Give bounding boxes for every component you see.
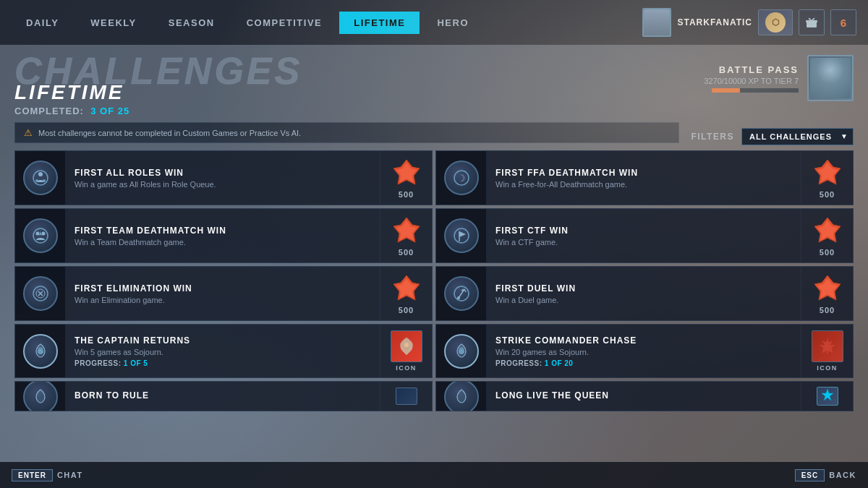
- svg-point-13: [35, 232, 39, 236]
- battle-pass-xp: 3270/10000 XP TO TIER 7: [704, 77, 799, 85]
- challenge-icon: [23, 381, 58, 411]
- challenge-reward: [380, 382, 432, 411]
- top-nav: DAILY WEEKLY SEASON COMPETITIVE LIFETIME…: [0, 0, 868, 45]
- svg-point-32: [38, 348, 43, 354]
- settings-number: 6: [841, 17, 846, 29]
- bottom-bar: ENTER CHAT ESC BACK: [0, 462, 868, 488]
- challenge-icon: [23, 218, 58, 253]
- icon-reward-thumb: [812, 330, 843, 362]
- svg-point-3: [38, 172, 43, 176]
- challenge-card-first-ffa-win[interactable]: ☽ FIRST FFA DEATHMATCH WIN Win a Free-fo…: [435, 150, 854, 205]
- challenge-card-first-ctf-win[interactable]: FIRST CTF WIN Win a CTF game. 500: [435, 208, 854, 263]
- challenge-icon: [444, 276, 479, 311]
- esc-back-group: ESC BACK: [795, 469, 856, 481]
- xp-reward-icon: [812, 157, 843, 189]
- icon-reward-label: ICON: [817, 364, 838, 372]
- challenge-desc: Win 5 games as Sojourn.: [75, 348, 371, 356]
- xp-value: 500: [820, 190, 835, 199]
- xp-value: 500: [820, 306, 835, 314]
- filter-area: FILTERS ALL CHALLENGES IN PROGRESS COMPL…: [691, 128, 854, 145]
- gift-button[interactable]: [799, 9, 825, 35]
- challenge-title: THE CAPTAIN RETURNS: [75, 335, 371, 346]
- challenge-card-captain-returns[interactable]: THE CAPTAIN RETURNS Win 5 games as Sojou…: [14, 324, 433, 378]
- warning-filter-row: ⚠ Most challenges cannot be completed in…: [14, 122, 854, 150]
- title-area: CHALLENGES LIFETIME: [14, 52, 302, 103]
- completed-value: 3 OF 25: [90, 106, 129, 116]
- challenge-info: FIRST ELIMINATION WIN Win an Elimination…: [66, 267, 380, 320]
- svg-rect-0: [807, 22, 817, 27]
- esc-key: ESC: [795, 469, 825, 481]
- challenge-icon: [23, 334, 58, 369]
- challenge-icon-area: [436, 325, 487, 377]
- challenge-reward: 500: [380, 267, 432, 320]
- filter-label: FILTERS: [691, 132, 734, 142]
- battle-pass-bar-fill: [712, 88, 740, 93]
- completed-line: COMPLETED: 3 OF 25: [14, 106, 854, 116]
- challenge-card-first-elimination-win[interactable]: FIRST ELIMINATION WIN Win an Elimination…: [14, 266, 433, 321]
- tab-weekly[interactable]: WEEKLY: [76, 12, 150, 34]
- challenge-reward: 500: [380, 209, 432, 262]
- svg-point-14: [41, 232, 45, 236]
- progress-value: 1 OF 20: [545, 359, 574, 367]
- tab-hero[interactable]: HERO: [422, 12, 483, 34]
- svg-point-34: [459, 348, 464, 354]
- user-area: STARKFANATIC ⬡ 6: [642, 8, 856, 37]
- challenge-desc: Win an Elimination game.: [75, 296, 371, 304]
- challenge-card-first-duel-win[interactable]: FIRST DUEL WIN Win a Duel game. 500: [435, 266, 854, 321]
- svg-point-29: [457, 296, 460, 299]
- challenge-icon: [23, 160, 58, 195]
- tab-competitive[interactable]: COMPETITIVE: [232, 12, 337, 34]
- main-content: CHALLENGES LIFETIME BATTLE PASS 3270/100…: [0, 45, 868, 462]
- challenge-reward: 500: [801, 151, 853, 205]
- app-container: DAILY WEEKLY SEASON COMPETITIVE LIFETIME…: [0, 0, 868, 488]
- challenge-card-long-live-queen[interactable]: LONG LIVE THE QUEEN: [435, 381, 854, 411]
- challenge-desc: Win a Duel game.: [495, 296, 792, 304]
- username: STARKFANATIC: [677, 17, 752, 27]
- challenge-title: FIRST ALL ROLES WIN: [75, 168, 371, 178]
- challenge-icon-area: [15, 267, 66, 320]
- xp-value: 500: [399, 190, 414, 199]
- settings-button[interactable]: 6: [830, 9, 856, 35]
- challenge-reward: ICON: [801, 325, 853, 377]
- battle-pass-progress-bar: [712, 88, 799, 93]
- xp-reward-icon: [391, 215, 422, 247]
- xp-reward-icon: [812, 215, 843, 247]
- challenge-title: FIRST DUEL WIN: [495, 283, 792, 294]
- challenge-icon: [444, 334, 479, 369]
- challenge-card-born-to-rule[interactable]: BORN TO RULE: [14, 381, 433, 411]
- svg-point-12: [33, 228, 48, 243]
- xp-value: 500: [820, 248, 835, 257]
- challenge-reward: ICON: [380, 325, 432, 377]
- svg-point-4: [35, 179, 38, 182]
- challenge-reward: 500: [380, 151, 432, 205]
- challenge-icon-area: ☽: [436, 151, 487, 205]
- tab-lifetime[interactable]: LIFETIME: [339, 12, 420, 34]
- battle-pass-title: BATTLE PASS: [704, 64, 799, 75]
- xp-reward-icon: [812, 273, 843, 304]
- challenge-card-strike-commander[interactable]: STRIKE COMMANDER CHASE Win 20 games as S…: [435, 324, 854, 378]
- svg-rect-1: [806, 20, 817, 22]
- challenge-desc: Win a Team Deathmatch game.: [75, 238, 371, 247]
- warning-text: Most challenges cannot be completed in C…: [38, 129, 301, 137]
- icon-reward-thumb: [391, 330, 422, 362]
- challenge-icon-area: [15, 209, 66, 262]
- challenge-reward: [801, 382, 853, 411]
- challenge-title: FIRST TEAM DEATHMATCH WIN: [75, 226, 371, 236]
- tab-season[interactable]: SEASON: [154, 12, 229, 34]
- challenges-header: CHALLENGES LIFETIME BATTLE PASS 3270/100…: [14, 45, 854, 106]
- challenge-card-first-all-roles-win[interactable]: FIRST ALL ROLES WIN Win a game as All Ro…: [14, 150, 433, 205]
- filter-select-wrapper[interactable]: ALL CHALLENGES IN PROGRESS COMPLETED NOT…: [741, 128, 854, 145]
- completed-label: COMPLETED:: [14, 106, 84, 116]
- battle-pass-info: BATTLE PASS 3270/10000 XP TO TIER 7: [704, 64, 799, 93]
- battle-pass-thumbnail[interactable]: [807, 55, 854, 101]
- filter-dropdown[interactable]: ALL CHALLENGES IN PROGRESS COMPLETED NOT…: [741, 128, 854, 145]
- challenge-icon: ☽: [444, 160, 479, 195]
- tab-daily[interactable]: DAILY: [12, 12, 73, 34]
- progress-value: 1 OF 5: [124, 359, 148, 367]
- challenge-info: STRIKE COMMANDER CHASE Win 20 games as S…: [487, 325, 801, 377]
- svg-text:☽: ☽: [457, 173, 466, 184]
- svg-marker-36: [822, 389, 833, 401]
- icon-reward-label: ICON: [396, 364, 417, 372]
- challenge-card-first-team-dm-win[interactable]: FIRST TEAM DEATHMATCH WIN Win a Team Dea…: [14, 208, 433, 263]
- challenge-desc: Win a game as All Roles in Role Queue.: [75, 180, 371, 189]
